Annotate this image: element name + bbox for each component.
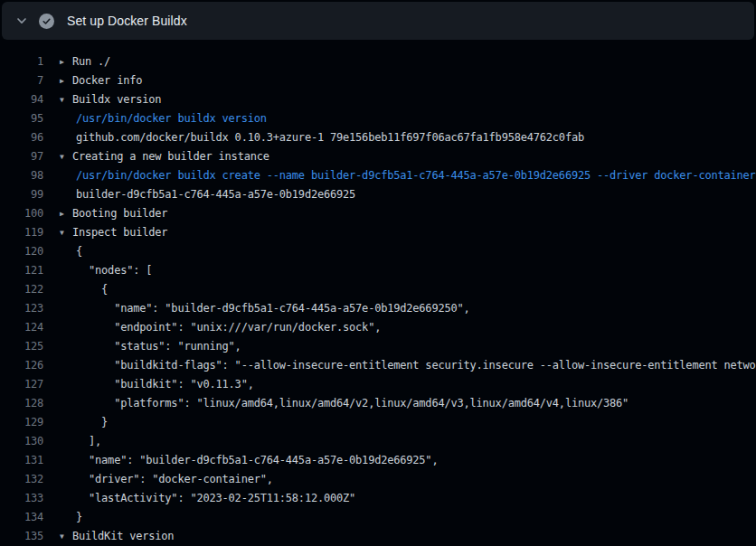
log-output-text: "buildkit": "v0.11.3", (60, 375, 254, 394)
log-group-row[interactable]: 94▼Buildx version (0, 90, 756, 109)
log-output-text: } (60, 508, 82, 527)
log-group-row[interactable]: 1▶Run ./ (0, 52, 756, 71)
log-group-label: Buildx version (72, 93, 161, 106)
log-group-label: Booting builder (72, 207, 167, 220)
log-output-text: "buildkitd-flags": "--allow-insecure-ent… (60, 356, 756, 375)
line-number[interactable]: 1 (0, 52, 43, 71)
line-number[interactable]: 131 (0, 451, 43, 470)
log-line: 132 "driver": "docker-container", (0, 470, 756, 489)
log-line: 124 "endpoint": "unix:///var/run/docker.… (0, 318, 756, 337)
log-line: 96github.com/docker/buildx 0.10.3+azure-… (0, 128, 756, 147)
log-group-row[interactable]: 7▶Docker info (0, 71, 756, 90)
line-number[interactable]: 132 (0, 470, 43, 489)
log-output-text: "platforms": "linux/amd64,linux/amd64/v2… (60, 394, 628, 413)
line-number[interactable]: 96 (0, 128, 43, 147)
log-output-text: builder-d9cfb5a1-c764-445a-a57e-0b19d2e6… (60, 185, 355, 204)
log-line: 120{ (0, 242, 756, 261)
check-circle-icon (39, 14, 54, 29)
log-group-label: Inspect builder (72, 226, 167, 239)
line-number[interactable]: 122 (0, 280, 43, 299)
log-group-label: Docker info (72, 74, 142, 87)
log-group-row[interactable]: 97▼Creating a new builder instance (0, 147, 756, 166)
log-output-text: "endpoint": "unix:///var/run/docker.sock… (60, 318, 381, 337)
line-number[interactable]: 128 (0, 394, 43, 413)
line-number[interactable]: 100 (0, 204, 43, 223)
line-number[interactable]: 99 (0, 185, 43, 204)
line-number[interactable]: 129 (0, 413, 43, 432)
log-line: 131 "name": "builder-d9cfb5a1-c764-445a-… (0, 451, 756, 470)
log-line: 133 "lastActivity": "2023-02-25T11:58:12… (0, 489, 756, 508)
log-line: 126 "buildkitd-flags": "--allow-insecure… (0, 356, 756, 375)
log-line: 99builder-d9cfb5a1-c764-445a-a57e-0b19d2… (0, 185, 756, 204)
log-output-text: "status": "running", (60, 337, 241, 356)
line-number[interactable]: 123 (0, 299, 43, 318)
line-number[interactable]: 133 (0, 489, 43, 508)
log-group-toggle[interactable]: ▼BuildKit version (60, 527, 174, 546)
log-line: 125 "status": "running", (0, 337, 756, 356)
log-output-text: } (60, 413, 108, 432)
log-group-toggle[interactable]: ▶Run ./ (60, 52, 110, 71)
log-line: 95/usr/bin/docker buildx version (0, 109, 756, 128)
log-output-text: "name": "builder-d9cfb5a1-c764-445a-a57e… (60, 299, 470, 318)
line-number[interactable]: 124 (0, 318, 43, 337)
line-number[interactable]: 125 (0, 337, 43, 356)
log-output-text: { (60, 242, 82, 261)
step-header[interactable]: Set up Docker Buildx (2, 2, 754, 40)
log-output-text: "driver": "docker-container", (60, 470, 273, 489)
triangle-right-icon[interactable]: ▶ (60, 52, 72, 71)
triangle-down-icon[interactable]: ▼ (60, 90, 72, 109)
log-output-text: ], (60, 432, 101, 451)
log-output-text: "nodes": [ (60, 261, 152, 280)
line-number[interactable]: 130 (0, 432, 43, 451)
line-number[interactable]: 126 (0, 356, 43, 375)
triangle-down-icon[interactable]: ▼ (60, 147, 72, 166)
log-line: 130 ], (0, 432, 756, 451)
log-output: 1▶Run ./7▶Docker info94▼Buildx version95… (0, 52, 756, 546)
log-line: 129 } (0, 413, 756, 432)
log-output-text: { (60, 280, 108, 299)
log-group-row[interactable]: 119▼Inspect builder (0, 223, 756, 242)
log-line: 128 "platforms": "linux/amd64,linux/amd6… (0, 394, 756, 413)
line-number[interactable]: 121 (0, 261, 43, 280)
log-line: 98/usr/bin/docker buildx create --name b… (0, 166, 756, 185)
log-line: 123 "name": "builder-d9cfb5a1-c764-445a-… (0, 299, 756, 318)
log-output-text: "lastActivity": "2023-02-25T11:58:12.000… (60, 489, 355, 508)
line-number[interactable]: 94 (0, 90, 43, 109)
line-number[interactable]: 7 (0, 71, 43, 90)
log-command-text: /usr/bin/docker buildx create --name bui… (60, 166, 756, 185)
log-group-toggle[interactable]: ▶Docker info (60, 71, 142, 90)
log-group-row[interactable]: 135▼BuildKit version (0, 527, 756, 546)
triangle-down-icon[interactable]: ▼ (60, 223, 72, 242)
step-title: Set up Docker Buildx (67, 14, 187, 28)
log-group-label: Run ./ (72, 55, 110, 68)
line-number[interactable]: 98 (0, 166, 43, 185)
triangle-down-icon[interactable]: ▼ (60, 527, 72, 546)
line-number[interactable]: 127 (0, 375, 43, 394)
log-command-text: /usr/bin/docker buildx version (60, 109, 267, 128)
line-number[interactable]: 135 (0, 527, 43, 546)
log-line: 134} (0, 508, 756, 527)
line-number[interactable]: 134 (0, 508, 43, 527)
log-group-label: BuildKit version (72, 530, 174, 542)
log-line: 127 "buildkit": "v0.11.3", (0, 375, 756, 394)
line-number[interactable]: 120 (0, 242, 43, 261)
triangle-right-icon[interactable]: ▶ (60, 71, 72, 90)
log-group-toggle[interactable]: ▼Buildx version (60, 90, 161, 109)
line-number[interactable]: 119 (0, 223, 43, 242)
log-group-label: Creating a new builder instance (72, 150, 269, 163)
log-line: 122 { (0, 280, 756, 299)
log-group-toggle[interactable]: ▶Booting builder (60, 204, 167, 223)
chevron-down-icon[interactable] (16, 15, 27, 26)
log-group-toggle[interactable]: ▼Inspect builder (60, 223, 167, 242)
log-group-row[interactable]: 100▶Booting builder (0, 204, 756, 223)
log-output-text: github.com/docker/buildx 0.10.3+azure-1 … (60, 128, 584, 147)
log-output-text: "name": "builder-d9cfb5a1-c764-445a-a57e… (60, 451, 438, 470)
log-line: 121 "nodes": [ (0, 261, 756, 280)
line-number[interactable]: 97 (0, 147, 43, 166)
log-group-toggle[interactable]: ▼Creating a new builder instance (60, 147, 269, 166)
triangle-right-icon[interactable]: ▶ (60, 204, 72, 223)
line-number[interactable]: 95 (0, 109, 43, 128)
